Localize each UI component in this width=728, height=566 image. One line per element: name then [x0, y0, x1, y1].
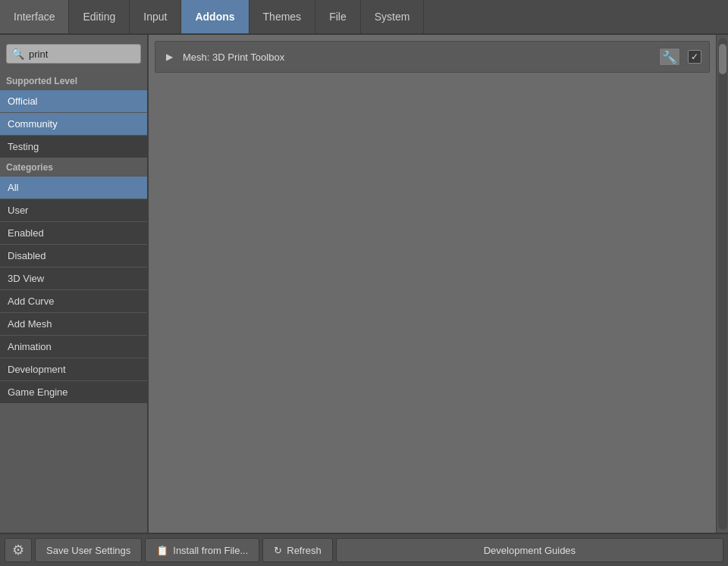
save-user-settings-button[interactable]: Save User Settings — [35, 538, 142, 562]
supported-level-label: Supported Level — [0, 71, 147, 89]
bottom-bar: ⚙ Save User Settings 📋 Install from File… — [0, 533, 728, 566]
save-label: Save User Settings — [46, 545, 130, 556]
sidebar-item-gameengine[interactable]: Game Engine — [0, 380, 147, 403]
sidebar-item-animation[interactable]: Animation — [0, 335, 147, 358]
scrollbar-track[interactable] — [718, 38, 727, 530]
scrollbar-thumb[interactable] — [719, 44, 726, 74]
addon-name: Mesh: 3D Print Toolbox — [183, 52, 651, 63]
install-label: Install from File... — [173, 545, 248, 556]
sidebar-item-community[interactable]: Community — [0, 112, 147, 135]
tab-input[interactable]: Input — [130, 0, 181, 33]
scrollbar[interactable] — [716, 35, 728, 533]
refresh-button[interactable]: ↻ Refresh — [262, 538, 333, 562]
tab-interface[interactable]: Interface — [0, 0, 69, 33]
blender-icon-button[interactable]: ⚙ — [5, 538, 32, 562]
search-icon: 🔍 — [11, 48, 24, 60]
sidebar-item-testing[interactable]: Testing — [0, 135, 147, 158]
tab-file[interactable]: File — [315, 0, 361, 33]
tab-editing[interactable]: Editing — [69, 0, 130, 33]
install-from-file-button[interactable]: 📋 Install from File... — [145, 538, 259, 562]
top-nav: Interface Editing Input Addons Themes Fi… — [0, 0, 728, 35]
addon-info-button[interactable]: 🔧 — [659, 48, 680, 66]
content-area: ▶ Mesh: 3D Print Toolbox 🔧 ✓ — [149, 35, 716, 533]
sidebar-item-addmesh[interactable]: Add Mesh — [0, 312, 147, 335]
install-icon: 📋 — [156, 545, 168, 556]
sidebar-item-official[interactable]: Official — [0, 89, 147, 112]
search-input[interactable] — [29, 48, 136, 60]
sidebar-item-user[interactable]: User — [0, 199, 147, 221]
blender-icon: ⚙ — [12, 542, 24, 558]
sidebar-item-3dview[interactable]: 3D View — [0, 267, 147, 289]
search-wrap: 🔍 — [0, 39, 147, 71]
sidebar-item-development[interactable]: Development — [0, 358, 147, 380]
addon-enable-checkbox[interactable]: ✓ — [688, 50, 701, 64]
search-box[interactable]: 🔍 — [6, 44, 141, 64]
sidebar: 🔍 Supported Level Official Community Tes… — [0, 35, 149, 533]
refresh-icon: ↻ — [274, 545, 282, 556]
sidebar-item-enabled[interactable]: Enabled — [0, 221, 147, 244]
tab-themes[interactable]: Themes — [249, 0, 316, 33]
tab-system[interactable]: System — [361, 0, 425, 33]
addon-info-icon: 🔧 — [662, 50, 677, 64]
addon-row: ▶ Mesh: 3D Print Toolbox 🔧 ✓ — [155, 41, 710, 73]
sidebar-item-disabled[interactable]: Disabled — [0, 244, 147, 267]
checkmark-icon: ✓ — [691, 52, 698, 62]
dev-label: Development Guides — [484, 545, 576, 556]
sidebar-item-addcurve[interactable]: Add Curve — [0, 289, 147, 312]
refresh-label: Refresh — [287, 545, 322, 556]
development-guides-button[interactable]: Development Guides — [336, 538, 723, 562]
sidebar-item-all[interactable]: All — [0, 176, 147, 199]
main-layout: 🔍 Supported Level Official Community Tes… — [0, 35, 728, 533]
tab-addons[interactable]: Addons — [181, 0, 249, 33]
categories-label: Categories — [0, 158, 147, 176]
addon-expand-arrow[interactable]: ▶ — [163, 52, 175, 62]
